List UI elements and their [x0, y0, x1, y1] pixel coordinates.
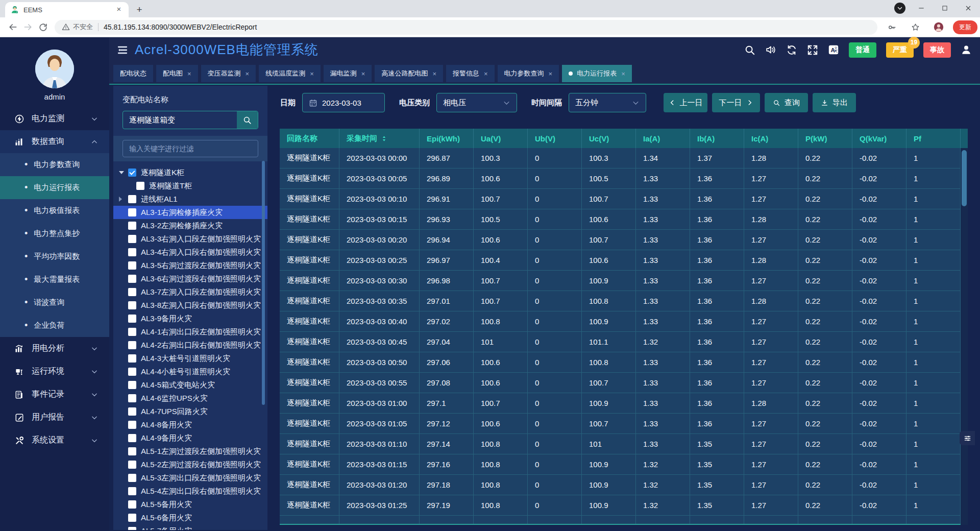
tree-node[interactable]: AL3-4右洞入口段右侧加强照明火灾 [113, 246, 267, 259]
tree-node[interactable]: AL3-3右洞入口段左侧加强照明火灾 [113, 232, 267, 246]
tree-checkbox[interactable] [128, 341, 136, 349]
tree-node[interactable]: AL5-4左洞出口段右侧加强照明火灾 [113, 485, 267, 498]
sidebar-subitem[interactable]: •电力运行报表 [0, 176, 109, 199]
tree-checkbox[interactable] [128, 315, 136, 323]
tab-close-icon[interactable]: × [310, 70, 314, 78]
workspace-tab-5[interactable]: 漏电监测× [324, 65, 372, 82]
tree-checkbox[interactable] [128, 168, 136, 177]
tab-close-icon[interactable]: × [484, 70, 488, 78]
tree-checkbox[interactable] [128, 248, 136, 256]
tree-checkbox[interactable] [128, 474, 136, 482]
sidebar-item[interactable]: 用户报告 [0, 406, 109, 429]
tree-scrollbar-thumb[interactable] [262, 161, 265, 405]
tree-node[interactable]: AL4-8备用火灾 [113, 418, 267, 431]
tree-checkbox[interactable] [128, 394, 136, 402]
tree-node[interactable]: AL5-3左洞出口段左侧加强照明火灾 [113, 471, 267, 485]
tab-close-icon[interactable]: × [187, 70, 191, 78]
tree-node[interactable]: AL3-9备用火灾 [113, 312, 267, 325]
fullscreen-icon[interactable] [807, 44, 818, 56]
tree-node[interactable]: 逐桐隧道T柜 [113, 179, 267, 192]
tree-node[interactable]: 进线柜AL1 [113, 192, 267, 206]
tree-checkbox[interactable] [128, 195, 136, 203]
tab-close-icon[interactable]: × [361, 70, 365, 78]
tree-checkbox[interactable] [136, 182, 144, 190]
tree-node[interactable]: AL5-6备用火灾 [113, 511, 267, 524]
expander-down-icon[interactable] [119, 171, 128, 174]
sort-caret-icon[interactable] [380, 135, 388, 142]
prev-day-button[interactable]: 上一日 [664, 93, 707, 112]
speaker-icon[interactable] [765, 44, 776, 56]
tree-checkbox[interactable] [128, 368, 136, 376]
search-icon[interactable] [744, 44, 755, 56]
alarm-level-button[interactable]: 普通 [849, 42, 876, 58]
tree-node[interactable]: 逐桐隧道K柜 [113, 166, 267, 179]
tree-node[interactable]: AL3-1右洞检修插座火灾 [113, 206, 267, 219]
voltage-type-select[interactable]: 相电压 [436, 93, 517, 112]
tree-checkbox[interactable] [128, 407, 136, 416]
next-day-button[interactable]: 下一日 [712, 93, 760, 112]
workspace-tab-4[interactable]: 线缆温度监测× [259, 65, 321, 82]
tree-checkbox[interactable] [128, 421, 136, 429]
tree-checkbox[interactable] [128, 514, 136, 522]
sidebar-subitem[interactable]: •谐波查询 [0, 291, 109, 314]
tree-node[interactable]: AL4-1右洞出口段左侧加强照明火灾 [113, 325, 267, 339]
tab-close-icon[interactable]: × [549, 70, 553, 78]
sidebar-subitem[interactable]: •最大需量报表 [0, 268, 109, 291]
window-close-button[interactable] [961, 2, 976, 14]
workspace-tab-6[interactable]: 高速公路配电图× [375, 65, 443, 82]
hamburger-menu-icon[interactable] [116, 44, 129, 56]
station-search-button[interactable] [237, 111, 258, 129]
profile-avatar-icon[interactable] [932, 20, 945, 34]
workspace-tab-2[interactable]: 配电图× [156, 65, 198, 82]
forward-icon[interactable] [23, 20, 33, 34]
workspace-tab-8[interactable]: 电力参数查询× [498, 65, 559, 82]
sidebar-item[interactable]: 运行环境 [0, 360, 109, 383]
tree-node[interactable]: AL5-7备用火灾 [113, 524, 267, 530]
tree-node[interactable]: AL5-2左洞过渡段右侧加强照明火灾 [113, 458, 267, 471]
tree-node[interactable]: AL3-8左洞入口段右侧加强照明火灾 [113, 299, 267, 312]
sidebar-subitem[interactable]: •电力极值报表 [0, 199, 109, 222]
tree-checkbox[interactable] [128, 381, 136, 389]
tree-node[interactable]: AL5-5备用火灾 [113, 498, 267, 511]
browser-tab-close-icon[interactable]: × [114, 5, 124, 14]
sidebar-item[interactable]: 电力监测 [0, 107, 109, 130]
table-settings-button[interactable] [960, 431, 975, 445]
tree-node[interactable]: AL4-2右洞出口段右侧加强照明火灾 [113, 339, 267, 352]
column-header[interactable]: 采集时间 [339, 129, 420, 148]
tab-search-icon[interactable] [894, 3, 905, 14]
date-picker[interactable]: 2023-03-03 [302, 93, 385, 112]
reload-icon[interactable] [38, 20, 48, 34]
new-tab-button[interactable]: + [133, 3, 146, 16]
export-button[interactable]: 导出 [813, 93, 856, 112]
tree-checkbox[interactable] [128, 235, 136, 243]
bookmark-star-icon[interactable] [909, 20, 922, 34]
workspace-tab-1[interactable]: 配电状态 [113, 65, 153, 82]
window-minimize-button[interactable] [914, 2, 929, 14]
browser-update-button[interactable]: 更新 [953, 20, 977, 34]
tree-checkbox[interactable] [128, 434, 136, 442]
tree-node[interactable]: AL3-6右洞过渡段右侧加强照明火灾 [113, 272, 267, 285]
tab-close-icon[interactable]: × [246, 70, 250, 78]
tree-checkbox[interactable] [128, 461, 136, 469]
tree-checkbox[interactable] [128, 500, 136, 509]
tree-node[interactable]: AL5-1左洞过渡段左侧加强照明火灾 [113, 445, 267, 458]
sidebar-subitem[interactable]: •电力整点集抄 [0, 222, 109, 245]
tree-filter-input[interactable] [122, 140, 258, 157]
tree-checkbox[interactable] [128, 527, 136, 530]
password-key-icon[interactable] [885, 20, 898, 34]
interval-select[interactable]: 五分钟 [569, 93, 646, 112]
table-scrollbar[interactable] [961, 148, 968, 525]
table-scrollbar-thumb[interactable] [962, 150, 967, 206]
workspace-tab-9[interactable]: 电力运行报表× [562, 65, 632, 82]
tree-checkbox[interactable] [128, 288, 136, 296]
address-bar[interactable]: 不安全 45.81.195.134:8090/3000WEBV2/Electri… [55, 20, 877, 35]
back-icon[interactable] [8, 20, 18, 34]
sidebar-subitem[interactable]: •企业负荷 [0, 314, 109, 337]
sidebar-item[interactable]: 事件记录 [0, 383, 109, 406]
query-button[interactable]: 查询 [765, 93, 808, 112]
sidebar-subitem[interactable]: •电力参数查询 [0, 153, 109, 176]
station-search-input[interactable] [123, 111, 237, 129]
tree-node[interactable]: AL4-6监控UPS火灾 [113, 392, 267, 405]
tree-node[interactable]: AL4-4小桩号引道照明火灾 [113, 365, 267, 378]
security-warning[interactable]: 不安全 [62, 22, 93, 32]
